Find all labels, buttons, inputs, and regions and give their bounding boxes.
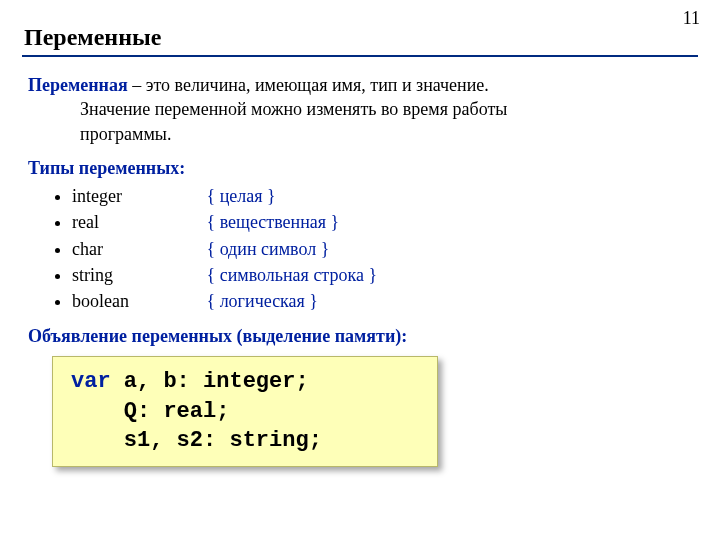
definition-dash: – — [128, 75, 146, 95]
type-row-boolean: boolean { логическая } — [72, 289, 692, 313]
code-block: var a, b: integer; Q: real; s1, s2: stri… — [52, 356, 438, 467]
type-name: boolean — [72, 289, 202, 313]
definition-cont-1: Значение переменной можно изменять во вр… — [80, 97, 692, 121]
definition-term: Переменная — [28, 75, 128, 95]
type-comment: { вещественная } — [207, 212, 340, 232]
type-comment: { один символ } — [207, 239, 330, 259]
type-name: integer — [72, 184, 202, 208]
type-comment: { целая } — [207, 186, 276, 206]
type-name: string — [72, 263, 202, 287]
definition-cont-2: программы. — [80, 122, 692, 146]
type-row-char: char { один символ } — [72, 237, 692, 261]
type-row-real: real { вещественная } — [72, 210, 692, 234]
title-rule — [22, 55, 698, 57]
type-comment: { символьная строка } — [207, 265, 378, 285]
content-area: Переменная – это величина, имеющая имя, … — [28, 73, 692, 467]
code-line-1: a, b: integer; — [111, 369, 309, 394]
code-line-3: s1, s2: string; — [71, 428, 322, 453]
definition-block: Переменная – это величина, имеющая имя, … — [28, 73, 692, 146]
code-keyword-var: var — [71, 369, 111, 394]
declaration-label: Объявление переменных (выделение памяти)… — [28, 324, 692, 348]
definition-rest: это величина, имеющая имя, тип и значени… — [146, 75, 489, 95]
types-label: Типы переменных: — [28, 156, 692, 180]
types-list: integer { целая } real { вещественная } … — [72, 184, 692, 313]
type-row-string: string { символьная строка } — [72, 263, 692, 287]
type-name: real — [72, 210, 202, 234]
slide-title: Переменные — [24, 24, 720, 51]
type-row-integer: integer { целая } — [72, 184, 692, 208]
type-comment: { логическая } — [207, 291, 319, 311]
type-name: char — [72, 237, 202, 261]
page-number: 11 — [683, 8, 700, 29]
code-line-2: Q: real; — [71, 399, 229, 424]
